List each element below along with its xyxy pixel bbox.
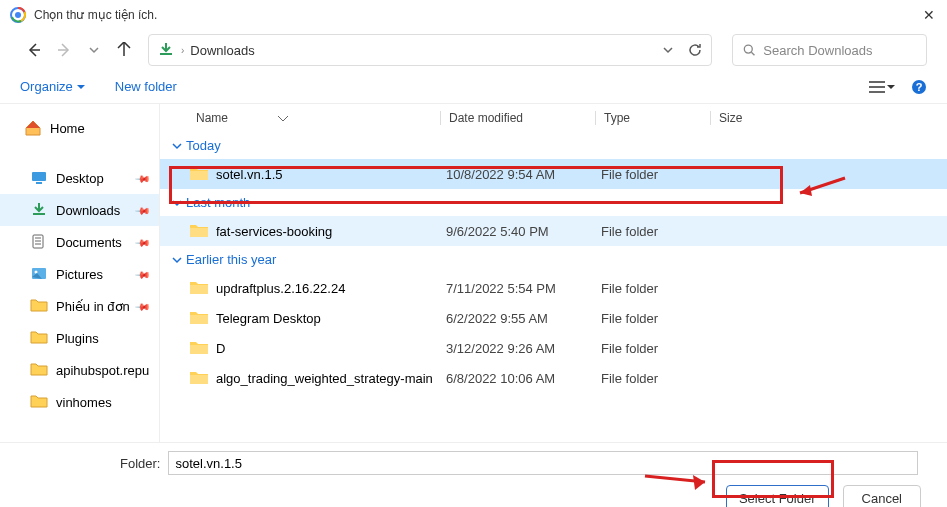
select-folder-button[interactable]: Select Folder: [726, 485, 829, 507]
chevron-down-icon: [172, 255, 182, 265]
chevron-down-icon: [172, 198, 182, 208]
pin-icon: 📌: [135, 202, 151, 218]
folder-icon: [190, 371, 208, 385]
folder-icon: [190, 281, 208, 295]
sidebar-home[interactable]: Home: [0, 112, 159, 144]
path-separator-icon: ›: [181, 45, 184, 56]
file-row[interactable]: Telegram Desktop6/2/2022 9:55 AMFile fol…: [160, 303, 947, 333]
file-row[interactable]: D3/12/2022 9:26 AMFile folder: [160, 333, 947, 363]
pin-icon: 📌: [135, 298, 151, 314]
file-name: sotel.vn.1.5: [216, 167, 283, 182]
folder-icon: [30, 297, 48, 315]
app-icon: [10, 7, 26, 23]
sidebar-item[interactable]: vinhomes: [0, 386, 159, 418]
group-header[interactable]: Today: [160, 132, 947, 159]
svg-rect-6: [36, 182, 42, 184]
file-row[interactable]: fat-services-booking9/6/2022 5:40 PMFile…: [160, 216, 947, 246]
cancel-button[interactable]: Cancel: [843, 485, 921, 507]
file-type: File folder: [601, 167, 716, 182]
file-date: 10/8/2022 9:54 AM: [446, 167, 601, 182]
search-box[interactable]: [732, 34, 927, 66]
file-row[interactable]: updraftplus.2.16.22.247/11/2022 5:54 PMF…: [160, 273, 947, 303]
svg-rect-5: [32, 172, 46, 181]
col-name-header[interactable]: Name: [196, 111, 228, 125]
window-title: Chọn thư mục tiện ích.: [34, 8, 157, 22]
pin-icon: 📌: [135, 234, 151, 250]
group-header[interactable]: Earlier this year: [160, 246, 947, 273]
help-icon[interactable]: ?: [911, 79, 927, 95]
arrow-left-icon: [26, 42, 42, 58]
file-name: fat-services-booking: [216, 224, 332, 239]
organize-toolbar: Organize New folder ?: [0, 70, 947, 104]
file-date: 7/11/2022 5:54 PM: [446, 281, 601, 296]
sidebar-item-label: Plugins: [56, 331, 99, 346]
arrow-right-icon: [56, 42, 72, 58]
sidebar-item[interactable]: Pictures📌: [0, 258, 159, 290]
sidebar-item-label: Desktop: [56, 171, 104, 186]
chevron-down-icon[interactable]: [663, 45, 673, 55]
refresh-icon[interactable]: [687, 42, 703, 58]
file-name: Telegram Desktop: [216, 311, 321, 326]
sidebar-item-label: Phiếu in đơn: [56, 299, 130, 314]
folder-label: Folder:: [120, 456, 160, 471]
sidebar-item[interactable]: Desktop📌: [0, 162, 159, 194]
sidebar: Home Desktop📌Downloads📌Documents📌Picture…: [0, 104, 160, 442]
file-type: File folder: [601, 341, 716, 356]
download-location-icon: [157, 41, 175, 59]
sidebar-item[interactable]: apihubspot.repu: [0, 354, 159, 386]
file-name: D: [216, 341, 225, 356]
view-menu[interactable]: [869, 81, 895, 93]
sidebar-item[interactable]: Plugins: [0, 322, 159, 354]
recent-button[interactable]: [80, 36, 108, 64]
group-header[interactable]: Last month: [160, 189, 947, 216]
folder-icon: [190, 224, 208, 238]
file-date: 6/2/2022 9:55 AM: [446, 311, 601, 326]
sidebar-item[interactable]: Phiếu in đơn📌: [0, 290, 159, 322]
folder-name-input[interactable]: [168, 451, 918, 475]
col-size-header[interactable]: Size: [710, 111, 770, 125]
sort-indicator-icon: [278, 114, 288, 122]
up-button[interactable]: [110, 36, 138, 64]
sidebar-item[interactable]: Documents📌: [0, 226, 159, 258]
dialog-footer: Folder: Select Folder Cancel: [0, 442, 947, 507]
downloads-icon: [30, 201, 48, 219]
file-row[interactable]: sotel.vn.1.510/8/2022 9:54 AMFile folder: [160, 159, 947, 189]
organize-menu[interactable]: Organize: [20, 79, 85, 94]
chevron-down-icon: [89, 45, 99, 55]
folder-icon: [190, 341, 208, 355]
forward-button[interactable]: [50, 36, 78, 64]
path-box[interactable]: › Downloads: [148, 34, 712, 66]
search-input[interactable]: [763, 43, 916, 58]
sidebar-item[interactable]: Downloads📌: [0, 194, 159, 226]
svg-point-2: [744, 45, 752, 53]
folder-icon: [190, 167, 208, 181]
chevron-down-icon: [172, 141, 182, 151]
navigation-toolbar: › Downloads: [0, 30, 947, 70]
col-date-header[interactable]: Date modified: [440, 111, 595, 125]
file-date: 9/6/2022 5:40 PM: [446, 224, 601, 239]
file-type: File folder: [601, 311, 716, 326]
folder-icon: [30, 329, 48, 347]
folder-icon: [30, 361, 48, 379]
svg-text:?: ?: [916, 81, 923, 93]
back-button[interactable]: [20, 36, 48, 64]
file-name: algo_trading_weighted_strategy-main: [216, 371, 433, 386]
documents-icon: [30, 233, 48, 251]
folder-icon: [30, 393, 48, 411]
path-segment[interactable]: Downloads: [190, 43, 254, 58]
column-headers: Name Date modified Type Size: [160, 104, 947, 132]
title-bar: Chọn thư mục tiện ích. ✕: [0, 0, 947, 30]
pin-icon: 📌: [135, 266, 151, 282]
col-type-header[interactable]: Type: [595, 111, 710, 125]
file-type: File folder: [601, 224, 716, 239]
file-row[interactable]: algo_trading_weighted_strategy-main6/8/2…: [160, 363, 947, 393]
file-type: File folder: [601, 371, 716, 386]
desktop-icon: [30, 169, 48, 187]
arrow-up-icon: [116, 42, 132, 58]
new-folder-button[interactable]: New folder: [115, 79, 177, 94]
close-button[interactable]: ✕: [923, 7, 935, 23]
pictures-icon: [30, 265, 48, 283]
file-list: Name Date modified Type Size Todaysotel.…: [160, 104, 947, 442]
file-date: 6/8/2022 10:06 AM: [446, 371, 601, 386]
pin-icon: 📌: [135, 170, 151, 186]
